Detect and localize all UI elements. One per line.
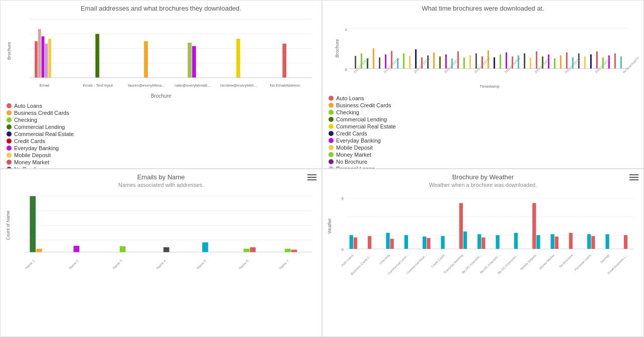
br-x-file1: file:///C:/Users/In... [461, 253, 482, 274]
svg-rect-106 [606, 234, 609, 248]
r-mobile-deposit-label: Mobile Deposit [336, 145, 373, 151]
r-commercial-lending-dot [329, 117, 334, 122]
svg-rect-5 [35, 41, 38, 78]
svg-rect-59 [590, 54, 592, 69]
svg-rect-38 [463, 57, 465, 69]
r-business-cc-dot [329, 103, 334, 108]
svg-rect-98 [514, 233, 518, 249]
svg-rect-54 [560, 55, 561, 69]
svg-rect-93 [459, 203, 463, 249]
svg-rect-8 [45, 44, 48, 78]
r-checking-dot [329, 110, 334, 115]
r-legend-commercial-re: Commercial Real Estate [329, 123, 637, 129]
r-legend-no-brochure: No Brochure [329, 159, 637, 165]
bl-x-6: Name 6 [238, 258, 249, 269]
y-tick-1: 1 [345, 27, 348, 32]
svg-rect-72 [73, 245, 79, 252]
svg-rect-92 [441, 236, 444, 248]
svg-rect-78 [285, 248, 291, 252]
r-money-market-label: Money Market [336, 152, 371, 158]
svg-rect-12 [188, 43, 192, 78]
bl-x-7: Name 7 [279, 258, 290, 269]
mobile-deposit-label: Mobile Deposit [14, 152, 51, 158]
r-mobile-deposit-dot [329, 145, 334, 150]
legend-commercial-re: Commercial Real Estate [7, 131, 315, 137]
top-right-chart: Brochure 1 0 [323, 13, 643, 93]
r-legend-mobile-deposit: Mobile Deposit [329, 145, 637, 151]
r-legend-money-market: Money Market [329, 152, 637, 158]
bl-x-4: Name 4 [155, 258, 167, 269]
bl-y-axis: Count of Name [6, 210, 11, 240]
top-left-legend: Auto Loans Business Credit Cards Checkin… [1, 101, 321, 169]
r-no-brochure-label: No Brochure [336, 159, 367, 165]
svg-rect-45 [506, 52, 507, 69]
svg-rect-20 [355, 56, 356, 69]
svg-rect-89 [405, 235, 408, 248]
svg-rect-58 [584, 56, 586, 69]
bottom-left-svg: Count of Name [6, 190, 316, 271]
mobile-deposit-dot [7, 153, 12, 158]
svg-rect-70 [30, 196, 36, 252]
commercial-lending-dot [7, 124, 12, 129]
br-y-5: 5 [342, 196, 344, 200]
legend-money-market: Money Market [7, 159, 315, 165]
r-commercial-lending-label: Commercial Lending [336, 116, 387, 122]
commercial-lending-label: Commercial Lending [14, 124, 65, 130]
legend-checking: Checking [7, 117, 315, 123]
legend-auto-loans: Auto Loans [7, 103, 315, 109]
r-credit-cards-dot [329, 131, 334, 136]
br-x-cc: Credit Cards [430, 253, 445, 268]
credit-cards-dot [7, 139, 12, 144]
commercial-re-label: Commercial Real Estate [14, 131, 74, 137]
r-everyday-banking-dot [329, 138, 334, 143]
r-legend-auto-loans: Auto Loans [329, 95, 637, 101]
bottom-left-subtitle: Names associated with addresses. [1, 182, 321, 188]
svg-rect-49 [530, 57, 531, 69]
br-x-checking: Checking [379, 253, 391, 265]
svg-rect-87 [386, 233, 389, 249]
svg-rect-25 [385, 54, 386, 69]
money-market-label: Money Market [14, 159, 49, 165]
svg-rect-100 [536, 235, 540, 248]
svg-rect-79 [291, 249, 297, 252]
svg-rect-102 [555, 236, 558, 249]
y-axis-brochure: Brochure [335, 39, 340, 58]
svg-rect-95 [477, 234, 481, 248]
bottom-left-chart: Count of Name [1, 190, 321, 273]
svg-rect-64 [620, 56, 622, 69]
svg-rect-55 [566, 52, 568, 69]
x-label-email: Email [40, 83, 50, 88]
y-axis-label: Brochure [7, 42, 12, 59]
bl-x-2: Name 2 [68, 258, 79, 269]
bottom-right-subtitle: Weather when a brochure was downloaded. [323, 182, 643, 188]
svg-rect-34 [439, 56, 441, 69]
top-right-panel: What time brochures were downloaded at. … [322, 0, 644, 169]
svg-rect-24 [379, 57, 380, 69]
svg-rect-11 [144, 41, 148, 78]
svg-rect-50 [536, 51, 537, 69]
bottom-right-menu[interactable] [629, 174, 638, 180]
svg-rect-9 [48, 39, 51, 78]
br-x-mm: Money Market [538, 253, 555, 270]
svg-rect-90 [423, 236, 426, 249]
svg-rect-13 [192, 46, 196, 78]
legend-commercial-lending: Commercial Lending [7, 124, 315, 130]
bottom-right-svg: 5 0 Weather [328, 190, 638, 278]
svg-rect-86 [368, 236, 371, 248]
svg-rect-63 [614, 53, 616, 69]
commercial-re-dot [7, 131, 12, 137]
br-x-auto: Auto Loans [340, 253, 354, 267]
r-checking-label: Checking [336, 109, 359, 115]
bottom-left-menu[interactable] [307, 174, 316, 180]
legend-mobile-deposit: Mobile Deposit [7, 152, 315, 158]
svg-rect-103 [569, 233, 573, 249]
br-y-0: 0 [342, 247, 344, 251]
svg-rect-107 [624, 235, 627, 248]
checking-dot [7, 117, 12, 122]
svg-rect-29 [409, 56, 411, 69]
svg-rect-53 [554, 58, 555, 69]
svg-rect-71 [36, 248, 42, 252]
br-x-md: Mobile Deposit [519, 253, 537, 271]
svg-rect-33 [433, 52, 435, 69]
auto-loans-dot [7, 103, 12, 108]
